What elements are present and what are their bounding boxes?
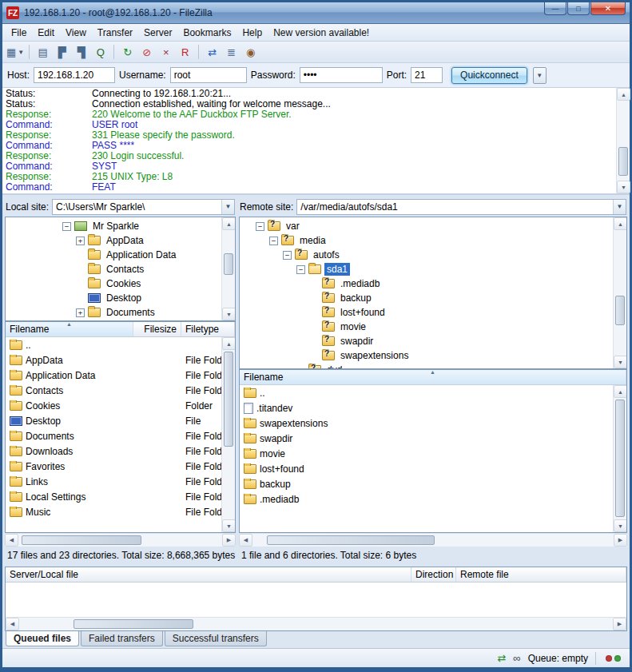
- remote-tree-item[interactable]: ?swapextensions: [240, 348, 613, 363]
- directory-comparison-button[interactable]: ⇄: [203, 43, 221, 61]
- scroll-left-icon[interactable]: ◀: [239, 534, 252, 547]
- local-tree-scrollbar[interactable]: ▲ ▼: [221, 217, 235, 320]
- scroll-left-icon[interactable]: ◀: [6, 618, 19, 630]
- remote-file-row[interactable]: .mediadb: [240, 491, 613, 507]
- local-tree-item[interactable]: Desktop: [6, 291, 221, 305]
- toggle-remote-tree-button[interactable]: ▜: [72, 43, 90, 61]
- menu-item-bookmarks[interactable]: Bookmarks: [177, 26, 237, 40]
- local-file-row[interactable]: Application DataFile Folder: [6, 368, 221, 383]
- local-tree-item[interactable]: Cookies: [6, 276, 221, 291]
- log-scrollbar[interactable]: ▲ ▼: [616, 88, 630, 193]
- remote-tree-scrollbar[interactable]: ▲ ▼: [613, 217, 626, 368]
- remote-tree-item[interactable]: −sda1: [240, 262, 613, 276]
- refresh-button[interactable]: ↻: [118, 43, 137, 61]
- disconnect-button[interactable]: ×: [157, 43, 175, 61]
- remote-file-row[interactable]: swapdir: [240, 431, 613, 446]
- local-file-row[interactable]: ..: [6, 337, 221, 352]
- scroll-right-icon[interactable]: ▶: [222, 534, 236, 547]
- tab-failed-transfers[interactable]: Failed transfers: [81, 631, 163, 646]
- scroll-right-icon[interactable]: ▶: [614, 534, 627, 547]
- queue-column-direction[interactable]: Direction: [411, 567, 456, 582]
- local-file-row[interactable]: FavoritesFile Folder: [6, 459, 221, 474]
- directory-comparison-status-icon[interactable]: ∞: [513, 653, 520, 663]
- scroll-down-icon[interactable]: ▼: [222, 519, 235, 532]
- local-column-filesize[interactable]: Filesize: [133, 322, 181, 336]
- menu-item-file[interactable]: File: [6, 26, 32, 40]
- remote-file-row[interactable]: backup: [240, 476, 613, 491]
- synchronized-browsing-status-icon[interactable]: ⇄: [497, 653, 506, 663]
- collapse-icon[interactable]: −: [283, 251, 292, 260]
- local-tree-item[interactable]: +Documents: [6, 305, 221, 320]
- host-input[interactable]: [34, 67, 115, 83]
- scroll-down-icon[interactable]: ▼: [222, 308, 236, 320]
- local-tree-scrollbar-thumb[interactable]: [224, 253, 233, 275]
- reconnect-button[interactable]: R: [176, 43, 194, 61]
- local-column-filetype[interactable]: Filetype: [181, 322, 235, 336]
- remote-tree-item[interactable]: −?var: [240, 219, 613, 233]
- local-tree-item[interactable]: +AppData: [6, 233, 221, 248]
- scroll-down-icon[interactable]: ▼: [614, 356, 627, 368]
- queue-column-remote-file[interactable]: Remote file: [456, 567, 626, 582]
- remote-list-scrollbar-track[interactable]: [614, 398, 626, 519]
- local-file-row[interactable]: CookiesFolder: [6, 398, 221, 413]
- scroll-left-icon[interactable]: ◀: [5, 534, 18, 547]
- remote-file-row[interactable]: .titandev: [240, 400, 613, 416]
- scroll-down-icon[interactable]: ▼: [614, 519, 626, 532]
- remote-file-row[interactable]: movie: [240, 446, 613, 461]
- menu-item-help[interactable]: Help: [237, 26, 268, 40]
- collapse-icon[interactable]: −: [62, 222, 71, 231]
- local-tree-item[interactable]: Contacts: [6, 262, 221, 276]
- remote-tree-item[interactable]: ?movie: [240, 320, 613, 334]
- local-file-row[interactable]: AppDataFile Folder: [6, 352, 221, 368]
- remote-horizontal-scrollbar[interactable]: ◀ ▶: [239, 533, 627, 547]
- remote-tree-scrollbar-thumb[interactable]: [615, 296, 625, 326]
- tab-successful-transfers[interactable]: Successful transfers: [165, 631, 267, 646]
- local-list-scrollbar-track[interactable]: [222, 350, 235, 519]
- menu-item-edit[interactable]: Edit: [32, 26, 60, 40]
- menu-item-server[interactable]: Server: [138, 26, 177, 40]
- remote-hscrollbar-thumb[interactable]: [267, 535, 435, 545]
- remote-column-filename[interactable]: Filename ▲: [240, 370, 626, 384]
- remote-file-row[interactable]: lost+found: [240, 461, 613, 476]
- log-scrollbar-thumb[interactable]: [618, 147, 628, 176]
- port-input[interactable]: [411, 67, 443, 83]
- local-tree-item[interactable]: +Downloads: [6, 320, 221, 320]
- remote-tree-item[interactable]: −?autofs: [240, 248, 613, 262]
- scroll-down-icon[interactable]: ▼: [617, 181, 630, 193]
- remote-tree-item[interactable]: ?swapdir: [240, 334, 613, 348]
- title-bar[interactable]: FZ 192.168.1.20 - root@192.168.1.20 - Fi…: [2, 2, 630, 24]
- remote-file-row[interactable]: ..: [240, 385, 613, 400]
- scroll-up-icon[interactable]: ▲: [222, 337, 235, 350]
- remote-tree-scrollbar-track[interactable]: [614, 230, 626, 356]
- scroll-up-icon[interactable]: ▲: [222, 217, 236, 230]
- site-manager-button[interactable]: ▦▼: [6, 43, 25, 61]
- local-file-row[interactable]: Local SettingsFile Folder: [6, 489, 221, 504]
- local-list-scrollbar-thumb[interactable]: [224, 352, 233, 447]
- local-file-row[interactable]: DownloadsFile Folder: [6, 443, 221, 459]
- remote-tree-item[interactable]: ?dvd: [240, 363, 613, 368]
- scroll-up-icon[interactable]: ▲: [614, 217, 627, 230]
- queue-horizontal-scrollbar[interactable]: ◀ ▶: [6, 617, 626, 630]
- toggle-message-log-button[interactable]: ▤: [34, 43, 52, 61]
- remote-tree-item[interactable]: ?lost+found: [240, 305, 613, 320]
- local-file-row[interactable]: ContactsFile Folder: [6, 383, 221, 398]
- menu-item-view[interactable]: View: [60, 26, 92, 40]
- chevron-down-icon[interactable]: ▼: [613, 200, 626, 214]
- remote-tree-item[interactable]: ?backup: [240, 291, 613, 305]
- local-file-row[interactable]: DocumentsFile Folder: [6, 428, 221, 443]
- local-site-combo[interactable]: C:\Users\Mr Sparkle\ ▼: [52, 199, 235, 215]
- cancel-button[interactable]: ⊘: [137, 43, 156, 61]
- find-files-button[interactable]: ◉: [241, 43, 260, 61]
- queue-hscrollbar-thumb[interactable]: [74, 619, 193, 629]
- local-tree-scrollbar-track[interactable]: [222, 230, 235, 308]
- local-hscrollbar-thumb[interactable]: [22, 535, 141, 545]
- scroll-up-icon[interactable]: ▲: [617, 88, 630, 101]
- expand-icon[interactable]: +: [76, 308, 85, 317]
- remote-list-scrollbar[interactable]: ▲ ▼: [613, 385, 626, 532]
- remote-list-scrollbar-thumb[interactable]: [615, 400, 625, 517]
- scroll-up-icon[interactable]: ▲: [614, 385, 626, 398]
- synchronized-browsing-button[interactable]: ≣: [222, 43, 240, 61]
- local-list-scrollbar[interactable]: ▲ ▼: [221, 337, 235, 532]
- chevron-down-icon[interactable]: ▼: [221, 200, 234, 214]
- scroll-right-icon[interactable]: ▶: [613, 618, 626, 630]
